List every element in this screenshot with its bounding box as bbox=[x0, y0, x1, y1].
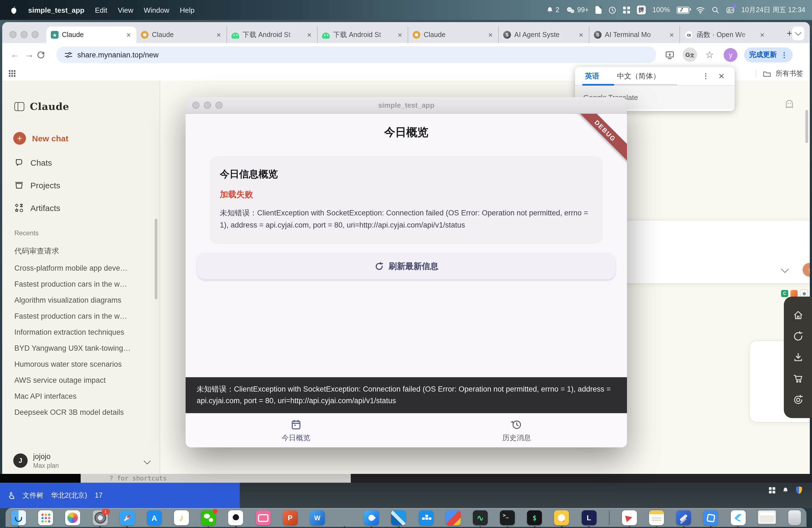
install-app-icon[interactable] bbox=[665, 50, 675, 59]
recent-chat[interactable]: AWS service outage impact bbox=[2, 372, 160, 388]
dock-item[interactable] bbox=[337, 510, 352, 528]
menubar-menu-window[interactable]: Window bbox=[144, 6, 169, 14]
refresh-button[interactable]: 刷新最新信息 bbox=[197, 253, 615, 279]
dock-item[interactable] bbox=[66, 510, 81, 525]
recent-chat[interactable]: Fastest production cars in the w… bbox=[2, 308, 160, 324]
connector-icon[interactable] bbox=[791, 290, 798, 297]
browser-tab[interactable]: 下载 Android St × bbox=[227, 27, 317, 43]
sidebar-toggle-icon[interactable] bbox=[14, 102, 24, 111]
all-bookmarks[interactable]: 所有书签 bbox=[756, 69, 803, 78]
tab-search-button[interactable] bbox=[792, 27, 804, 40]
sidebar-item-artifacts[interactable]: Artifacts bbox=[14, 203, 160, 212]
refresh-icon[interactable] bbox=[793, 331, 803, 342]
user-menu[interactable]: J jojojo Max plan bbox=[2, 452, 160, 470]
zoom-window-button[interactable] bbox=[31, 31, 39, 38]
forward-button[interactable]: → bbox=[22, 50, 37, 60]
browser-menu-icon[interactable]: ⋮ bbox=[781, 50, 788, 59]
claude-logo[interactable]: Claude bbox=[30, 101, 69, 112]
battery-icon[interactable] bbox=[677, 6, 690, 14]
recent-chat[interactable]: Fastest production cars in the w… bbox=[2, 276, 160, 292]
input-method-icon[interactable]: 拼 bbox=[637, 5, 646, 14]
dock-item[interactable] bbox=[677, 510, 691, 528]
menubar-menu-help[interactable]: Help bbox=[180, 6, 195, 14]
dock-item[interactable] bbox=[649, 510, 664, 528]
ghost-icon[interactable] bbox=[784, 99, 794, 109]
tab-close-icon[interactable]: × bbox=[396, 31, 403, 39]
translate-options-icon[interactable]: ⋮ bbox=[699, 72, 713, 80]
menubar-datetime[interactable]: 10月24日 周五 12:34 bbox=[741, 5, 806, 15]
recent-chat[interactable]: Algorithm visualization diagrams bbox=[2, 292, 160, 308]
wifi-icon[interactable] bbox=[696, 6, 705, 14]
dock-item[interactable] bbox=[120, 510, 134, 528]
tune-icon[interactable] bbox=[64, 50, 72, 59]
recent-chat[interactable]: Humorous water store scenarios bbox=[2, 356, 160, 372]
browser-tab[interactable]: 函数 · Open We × bbox=[679, 27, 770, 43]
sync-icon[interactable] bbox=[793, 394, 803, 405]
dock-item[interactable] bbox=[609, 510, 610, 525]
connector-icon[interactable]: C bbox=[781, 290, 788, 297]
new-tab-button[interactable]: + bbox=[787, 28, 792, 39]
back-button[interactable]: ← bbox=[8, 50, 22, 60]
sidebar-scrollbar[interactable] bbox=[155, 219, 157, 299]
tab-close-icon[interactable]: × bbox=[487, 31, 494, 39]
remote-status-bar[interactable]: 文件树 华北2(北京) 17 bbox=[0, 483, 240, 508]
url-text[interactable]: share.mynanian.top/new bbox=[77, 50, 159, 59]
tab-history-messages[interactable]: 历史消息 bbox=[406, 414, 627, 448]
app-titlebar[interactable]: simple_test_app bbox=[186, 97, 627, 114]
dock-item[interactable] bbox=[201, 510, 216, 528]
recent-chat[interactable]: BYD Yangwang U9X tank-towing… bbox=[2, 340, 160, 356]
wechat-status[interactable]: 99+ bbox=[566, 6, 589, 14]
status-item-count[interactable]: 17 bbox=[95, 492, 103, 499]
shield-icon[interactable] bbox=[796, 487, 802, 494]
recent-chat[interactable]: Cross-platform mobile app deve… bbox=[2, 260, 160, 276]
sidebar-item-projects[interactable]: Projects bbox=[14, 180, 160, 190]
download-icon[interactable] bbox=[793, 352, 803, 363]
address-bar[interactable]: share.mynanian.top/new bbox=[56, 46, 656, 63]
dock-item[interactable] bbox=[418, 510, 433, 525]
window-manager-icon[interactable] bbox=[623, 6, 630, 14]
browser-tab[interactable]: AI Terminal Mo × bbox=[589, 27, 679, 43]
bookmark-star-icon[interactable]: ☆ bbox=[706, 49, 714, 60]
page-scrollbar[interactable] bbox=[806, 110, 808, 143]
profile-avatar[interactable]: y bbox=[724, 48, 738, 62]
dock-item[interactable] bbox=[704, 510, 719, 528]
status-item-region[interactable]: 华北2(北京) bbox=[51, 491, 87, 500]
recent-chat[interactable]: Deepseek OCR 3B model details bbox=[2, 404, 160, 420]
cart-icon[interactable] bbox=[793, 373, 803, 384]
browser-tab[interactable]: Claude × bbox=[408, 27, 498, 43]
sidebar-item-chats[interactable]: Chats bbox=[14, 158, 160, 167]
dock-item[interactable] bbox=[446, 510, 461, 525]
translate-tab-target[interactable]: 中文（简体） bbox=[617, 71, 660, 81]
notification-status[interactable]: 2 bbox=[546, 6, 560, 14]
apps-grid-icon[interactable] bbox=[9, 70, 15, 77]
dock-item[interactable] bbox=[527, 510, 542, 528]
recent-chat[interactable]: Mac API interfaces bbox=[2, 388, 160, 404]
menubar-app-name[interactable]: simple_test_app bbox=[28, 6, 85, 14]
dock-item[interactable] bbox=[554, 510, 569, 528]
dock-item[interactable] bbox=[758, 510, 776, 524]
translate-icon[interactable]: G文 bbox=[683, 47, 697, 62]
dock-item[interactable] bbox=[581, 510, 596, 528]
user-switch-icon[interactable] bbox=[726, 6, 735, 14]
dock-item[interactable] bbox=[282, 510, 298, 525]
minimize-window-button[interactable] bbox=[20, 31, 28, 38]
reload-button[interactable] bbox=[37, 50, 51, 59]
dock-item[interactable] bbox=[256, 510, 271, 525]
tab-close-icon[interactable]: × bbox=[759, 31, 766, 39]
browser-tab[interactable]: 下载 Android St × bbox=[317, 27, 408, 43]
dock-item[interactable] bbox=[310, 510, 325, 525]
dock-item[interactable] bbox=[730, 510, 745, 528]
dock-item[interactable]: 1 bbox=[92, 510, 107, 528]
history-clock-icon[interactable] bbox=[608, 6, 617, 14]
dock-item[interactable] bbox=[364, 510, 379, 528]
recent-chat[interactable]: 代码审查请求 bbox=[2, 243, 160, 260]
tab-close-icon[interactable]: × bbox=[306, 31, 313, 39]
dock-item[interactable] bbox=[228, 510, 243, 528]
dock-item[interactable] bbox=[11, 510, 26, 528]
dock-item[interactable] bbox=[622, 510, 637, 528]
dock-item[interactable] bbox=[147, 510, 162, 525]
translate-close-icon[interactable]: ✕ bbox=[719, 72, 725, 80]
browser-tab[interactable]: AI Agent Syste × bbox=[498, 27, 589, 43]
menubar-menu-view[interactable]: View bbox=[118, 6, 133, 14]
dock-item[interactable] bbox=[473, 510, 488, 528]
